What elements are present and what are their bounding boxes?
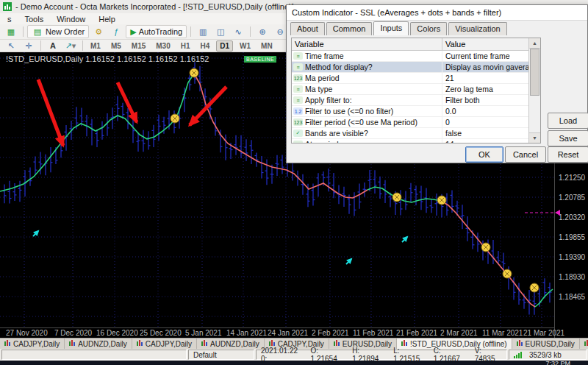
table-row[interactable]: ≡Apply filter to:Filter both	[292, 95, 540, 106]
int-type-icon: 123	[293, 118, 303, 126]
menu-item-s[interactable]: s	[7, 15, 12, 24]
menu-item-tools[interactable]: Tools	[25, 15, 44, 24]
reset-button[interactable]: Reset	[548, 146, 588, 163]
variable-name: Method for display?	[305, 63, 373, 71]
timeframe-button-mn[interactable]: MN	[257, 40, 276, 52]
chart-tab-8[interactable]: EURUSD,Daily	[580, 339, 588, 350]
timeframe-button-h1[interactable]: H1	[177, 40, 194, 52]
expert-advisors-icon[interactable]: ⚙	[90, 25, 107, 38]
value-cell[interactable]: Filter both	[442, 96, 540, 104]
enum-type-icon: ≡	[293, 85, 303, 93]
save-button[interactable]: Save	[548, 130, 588, 146]
price-label: 1.20785	[559, 194, 585, 202]
variable-name: Ma type	[305, 85, 332, 93]
separator	[82, 40, 83, 51]
tab-about[interactable]: About	[290, 22, 325, 35]
int-type-icon: 123	[293, 141, 303, 143]
chart-tab-2[interactable]: CADJPY,Daily	[132, 339, 197, 350]
chart-tab-3[interactable]: AUDNZD,Daily	[197, 339, 265, 350]
variable-cell: 123Filter period (<=0 use Ma period)	[292, 117, 442, 127]
value-cell[interactable]: false	[442, 129, 540, 138]
dialog-title-bar[interactable]: Custom Indicator - SSL (eAverages + dots…	[287, 5, 587, 21]
date-axis[interactable]: 27 Nov 20207 Dec 202016 Dec 202025 Dec 2…	[0, 327, 554, 339]
new-order-button[interactable]: ▤ New Order	[27, 25, 89, 38]
inputs-table: Variable Value ≡Time frameCurrent time f…	[291, 38, 541, 143]
tab-common[interactable]: Common	[326, 22, 373, 35]
menu-item-help[interactable]: Help	[98, 15, 115, 24]
tab-colors[interactable]: Colors	[410, 22, 447, 35]
double-type-icon: 1.2	[293, 107, 303, 115]
cursor-icon[interactable]: ↖	[3, 39, 19, 52]
price-label: 1.18465	[559, 293, 585, 301]
arrow-tool-icon[interactable]: ↗▾	[62, 39, 79, 52]
value-cell[interactable]: 0	[442, 118, 540, 127]
bar-chart-icon[interactable]: ▥	[195, 25, 211, 38]
chart-tab-1[interactable]: AUDNZD,Daily	[65, 339, 132, 350]
scroll-thumb[interactable]	[530, 49, 539, 96]
column-header-value[interactable]: Value	[442, 40, 529, 49]
window-title: - Demo Account - Octa Markets Incorporat…	[15, 2, 294, 11]
table-row[interactable]: ≡Time frameCurrent time frame	[292, 51, 540, 62]
cancel-button[interactable]: Cancel	[505, 146, 546, 163]
autotrading-button[interactable]: ▶ AutoTrading	[126, 25, 187, 38]
quote-panel: 2021.01.22 0:O: 1.21654H: 1.21894L: 1.21…	[256, 350, 507, 360]
status-left-panel	[1, 350, 187, 360]
date-label: 2 Feb 2021	[312, 329, 349, 337]
zoom-in-icon[interactable]: ⊕	[254, 25, 270, 38]
variable-name: Filter to use (<=0 no filter)	[305, 107, 393, 116]
value-cell[interactable]: 0.0	[442, 107, 540, 116]
text-tool-icon[interactable]: A	[45, 39, 61, 52]
timeframe-button-m1[interactable]: M1	[87, 40, 104, 52]
new-chart-icon[interactable]: ▦	[3, 25, 19, 38]
date-label: 25 Dec 2020	[140, 329, 182, 337]
timeframe-button-h4[interactable]: H4	[197, 40, 214, 52]
windows-taskbar[interactable]: 7:32 PM	[0, 361, 588, 365]
value-cell[interactable]: Display as movin gaverage	[442, 63, 540, 71]
value-cell[interactable]: 21	[442, 74, 540, 82]
table-row[interactable]: 123Filter period (<=0 use Ma period)0	[292, 117, 540, 128]
table-row[interactable]: 1.2Filter to use (<=0 no filter)0.0	[292, 106, 540, 117]
date-label: 16 Dec 2020	[96, 329, 138, 337]
table-row[interactable]: 123Atr period14	[292, 139, 540, 143]
int-type-icon: 123	[293, 74, 303, 82]
timeframe-button-m5[interactable]: M5	[107, 40, 125, 52]
scroll-down-icon[interactable]: ▼	[529, 132, 540, 143]
table-body: ≡Time frameCurrent time frame≡Method for…	[292, 51, 540, 143]
chart-tab-0[interactable]: CADJPY,Daily	[0, 339, 65, 350]
variable-cell: ≡Apply filter to:	[292, 95, 442, 105]
line-chart-icon[interactable]: ∿	[230, 25, 246, 38]
scroll-up-icon[interactable]: ▲	[529, 38, 540, 49]
timeframe-button-d1[interactable]: D1	[216, 40, 233, 52]
timeframe-button-w1[interactable]: W1	[236, 40, 254, 52]
variable-cell: ≡Ma type	[292, 84, 442, 94]
table-row[interactable]: ✓Bands are visible?false	[292, 128, 540, 139]
value-cell[interactable]: Zero lag tema	[442, 85, 540, 93]
chart-tab-label: EURUSD,Daily	[526, 340, 575, 348]
mini-chart-icon	[584, 340, 588, 348]
profile-selector[interactable]: Default	[188, 350, 254, 360]
value-cell[interactable]: Current time frame	[442, 52, 540, 60]
table-row[interactable]: ≡Ma typeZero lag tema	[292, 84, 540, 95]
date-label: 2 Mar 2021	[440, 329, 478, 337]
table-scrollbar[interactable]: ▲ ▼	[528, 38, 540, 143]
enum-type-icon: ≡	[293, 96, 303, 104]
timeframe-button-m30[interactable]: M30	[152, 40, 173, 52]
timeframe-button-m15[interactable]: M15	[128, 40, 149, 52]
chart-tab-7[interactable]: EURUSD,Daily	[512, 339, 580, 350]
menu-item-window[interactable]: Window	[57, 15, 85, 24]
tab-visualization[interactable]: Visualization	[448, 22, 507, 35]
value-cell[interactable]: 14	[442, 140, 540, 143]
table-header: Variable Value	[292, 38, 540, 51]
scripts-icon[interactable]: ƒ	[108, 25, 124, 38]
column-header-variable[interactable]: Variable	[292, 38, 442, 50]
ok-button[interactable]: OK	[465, 146, 503, 163]
table-row[interactable]: 123Ma period21	[292, 73, 540, 84]
load-button[interactable]: Load	[548, 113, 588, 129]
candlestick-chart-icon[interactable]: ◫	[212, 25, 229, 38]
crosshair-icon[interactable]: ✛	[21, 39, 37, 52]
variable-cell: 1.2Filter to use (<=0 no filter)	[292, 106, 442, 116]
tab-inputs[interactable]: Inputs	[373, 21, 409, 35]
date-label: 27 Nov 2020	[6, 329, 48, 337]
table-row[interactable]: ≡Method for display?Display as movin gav…	[292, 62, 540, 73]
separator	[190, 26, 191, 37]
